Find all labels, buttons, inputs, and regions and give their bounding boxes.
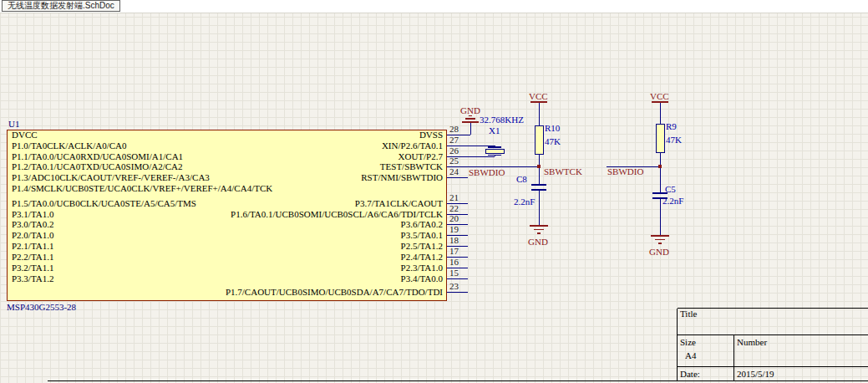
document-tab-bar — [0, 0, 868, 13]
gnd-power-port-label: GND — [460, 105, 480, 115]
pin-number: 17 — [449, 246, 468, 256]
part-number-label: MSP430G2553-28 — [7, 302, 76, 312]
vcc-power-port-label: VCC — [650, 91, 669, 101]
pin-number: 21 — [449, 192, 468, 202]
net-label-sbwdio[interactable]: SBWDIO — [469, 167, 505, 177]
resistor-r10-value: 47K — [545, 136, 561, 146]
pin-name-left: P1.4/SMCLK/UCB0STE/UCA0CLK/VREF+/VEREF+/… — [12, 183, 371, 193]
pin-name-right: P2.3/TA1.0 — [171, 263, 443, 273]
pin-name-right: XIN/P2.6/TA0.1 — [171, 140, 443, 151]
pin-number: 15 — [449, 268, 468, 278]
pin-name-right: TEST/SBWTCK — [171, 161, 443, 171]
resistor-r10-symbol[interactable] — [535, 125, 543, 154]
net-label-sbwtck[interactable]: SBWTCK — [544, 166, 582, 176]
pin-name-right: P3.6/TA0.2 — [171, 219, 443, 229]
designator-u1: U1 — [8, 119, 19, 129]
capacitor-c5-designator: C5 — [665, 184, 676, 194]
pin-number: 25 — [449, 156, 468, 166]
pin-name-right: XOUT/P2.7 — [171, 151, 443, 161]
title-block-number-label: Number — [737, 337, 767, 347]
pin-number: 16 — [449, 257, 468, 267]
pin-name-right: DVSS — [171, 130, 443, 140]
capacitor-c5-value: 2.2nF — [662, 196, 683, 206]
capacitor-c8-value: 2.2nF — [514, 197, 535, 207]
resistor-r9-value: 47K — [666, 135, 682, 145]
pin-number: 20 — [449, 213, 468, 223]
pin-number: 22 — [449, 203, 468, 213]
pin-number: 28 — [449, 124, 468, 134]
capacitor-c8-designator: C8 — [516, 174, 527, 184]
pin-name-right: P3.5/TA0.1 — [171, 230, 443, 240]
title-block-date-value: 2015/5/19 — [737, 369, 774, 379]
pin-name-right: P3.4/TA0.0 — [171, 273, 443, 283]
crystal-designator: X1 — [489, 125, 500, 135]
pin-number: 26 — [449, 146, 468, 156]
resistor-r9-symbol[interactable] — [656, 124, 664, 152]
pin-name-right: P2.5/TA1.2 — [171, 241, 443, 251]
pin-name-right: P3.7/TA1CLK/CAOUT — [171, 198, 443, 208]
resistor-r10-designator: R10 — [545, 123, 560, 133]
gnd-power-port-label: GND — [528, 237, 548, 247]
pin-number: 18 — [449, 235, 468, 245]
pin-number: 19 — [449, 224, 468, 234]
crystal-x1-symbol[interactable] — [485, 147, 504, 156]
capacitor-c8-symbol[interactable] — [531, 185, 546, 190]
gnd-power-port-label: GND — [649, 247, 669, 257]
schematic-editor: 无线温度数据发射端.SchDoc — [0, 0, 868, 383]
title-block-size-label: Size — [680, 337, 696, 347]
pin-number: 27 — [449, 135, 468, 145]
title-block-title-label: Title — [680, 309, 697, 319]
document-tab[interactable]: 无线温度数据发射端.SchDoc — [2, 0, 120, 12]
net-label-sbwdio[interactable]: SBWDIO — [607, 166, 643, 176]
title-block-size-value: A4 — [685, 350, 696, 360]
vcc-power-port-label: VCC — [529, 91, 548, 101]
crystal-value: 32.768KHZ — [480, 115, 524, 125]
pin-name-right: P1.7/CAOUT/UCB0SIMO/UCB0SDA/A7/CA7/TDO/T… — [171, 287, 443, 297]
resistor-r9-designator: R9 — [666, 121, 677, 131]
pin-number: 23 — [449, 281, 468, 291]
pin-name-right: P1.6/TA0.1/UCB0SOMI/UCB0SCL/A6/CA6/TDI/T… — [171, 209, 443, 219]
pin-name-right: RST/NMI/SBWTDIO — [171, 172, 443, 182]
pin-number: 24 — [449, 166, 468, 176]
pin-name-right: P2.4/TA1.2 — [171, 252, 443, 262]
title-block-date-label: Date: — [680, 369, 700, 379]
